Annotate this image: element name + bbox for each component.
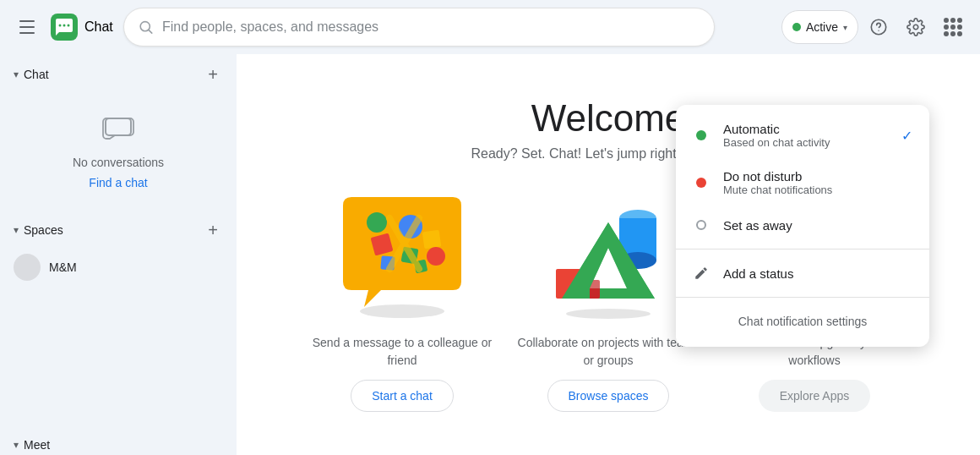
svg-rect-7 [106,118,131,135]
header: Chat Active ▾ [0,0,980,54]
space-item-mm[interactable]: M&M [0,247,230,288]
menu-button[interactable] [10,10,44,44]
dropdown-item-dnd[interactable]: Do not disturb Mute chat notifications [676,159,929,206]
chat-logo-icon [51,14,78,41]
pencil-icon [693,265,710,282]
svg-point-8 [360,304,444,318]
svg-point-17 [566,309,651,319]
meet-section-title: ▾ Meet [14,438,50,452]
no-conversations-panel: No conversations Find a chat [0,91,237,210]
meet-section-header[interactable]: ▾ Meet [0,431,237,455]
add-status-label: Add a status [723,266,793,281]
dropdown-item-notification-settings[interactable]: Chat notification settings [676,303,929,340]
notification-settings-label: Chat notification settings [738,315,868,328]
settings-button[interactable] [899,10,933,44]
main-content: Welcome Ready? Set. Chat! Let's jump rig… [237,54,980,455]
browse-spaces-card: Collaborate on projects with teams or gr… [515,189,701,412]
chevron-down-icon: ▾ [843,23,847,32]
start-chat-card: Send a message to a colleague or friend … [309,189,495,412]
chat-section-title: ▾ Chat [14,68,49,81]
apps-button[interactable] [936,10,970,44]
app-title: Chat [84,19,113,35]
chat-bubble-icon [101,112,135,149]
status-label: Active [806,20,838,34]
browse-spaces-text: Collaborate on projects with teams or gr… [515,334,701,370]
dropdown-divider [676,249,929,249]
browse-spaces-button[interactable]: Browse spaces [547,380,670,412]
add-space-button[interactable]: + [199,217,226,244]
browse-spaces-image [532,189,684,324]
chat-arrow-icon: ▾ [14,69,19,80]
start-chat-button[interactable]: Start a chat [351,380,454,412]
svg-rect-13 [422,230,442,249]
status-button[interactable]: Active ▾ [781,10,858,44]
away-text: Set as away [723,218,912,233]
body: ▾ Chat + No conversations Find a chat ▾ … [0,54,980,455]
svg-point-2 [63,25,66,27]
dropdown-item-automatic[interactable]: Automatic Based on chat activity ✓ [676,112,929,159]
meet-arrow-icon: ▾ [14,439,19,451]
start-chat-text: Send a message to a colleague or friend [309,334,495,370]
welcome-title: Welcome [531,97,686,140]
automatic-text: Automatic Based on chat activity [723,122,888,149]
dnd-dot-icon [693,174,710,191]
hamburger-icon [19,20,35,34]
help-icon [869,18,888,36]
space-avatar [14,254,41,281]
svg-point-6 [878,30,879,30]
spaces-arrow-icon: ▾ [14,224,19,236]
start-chat-image [326,189,478,324]
find-chat-link[interactable]: Find a chat [89,176,147,189]
dropdown-item-away[interactable]: Set as away [676,206,929,244]
svg-point-1 [59,25,62,27]
help-button[interactable] [862,10,896,44]
svg-point-3 [68,25,70,27]
search-input[interactable] [162,19,700,35]
status-dropdown: Automatic Based on chat activity ✓ Do no… [676,105,929,347]
dropdown-divider-2 [676,297,929,298]
checkmark-icon: ✓ [901,128,912,144]
chat-section-header[interactable]: ▾ Chat + [0,54,237,91]
search-icon [138,19,154,36]
grid-icon [944,18,962,36]
app-logo: Chat [51,14,113,41]
svg-point-14 [427,247,445,266]
no-conversations-text: No conversations [73,156,164,169]
header-actions: Active ▾ [781,10,970,44]
dropdown-item-add-status[interactable]: Add a status [676,255,929,292]
spaces-section-title: ▾ Spaces [14,223,63,237]
away-dot-icon [693,217,710,233]
automatic-dot-icon [693,127,710,144]
add-chat-button[interactable]: + [199,61,226,88]
svg-point-12 [367,212,387,233]
spaces-section-header[interactable]: ▾ Spaces + [0,210,237,247]
status-dot-icon [792,23,801,31]
space-name: M&M [49,260,77,274]
dnd-text: Do not disturb Mute chat notifications [723,169,912,196]
sidebar: ▾ Chat + No conversations Find a chat ▾ … [0,54,237,455]
explore-apps-button[interactable]: Explore Apps [759,380,871,412]
gear-icon [906,18,925,36]
search-bar[interactable] [123,8,715,47]
